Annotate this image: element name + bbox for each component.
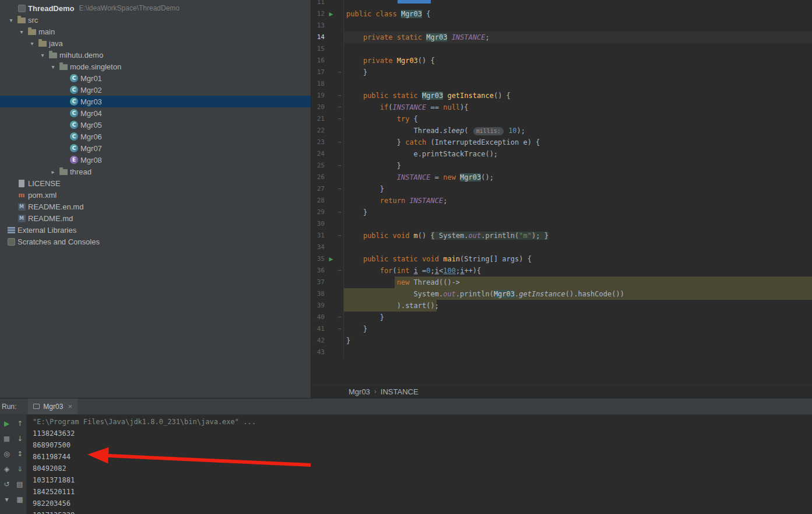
chevron-right-icon[interactable]: ▸: [48, 169, 58, 175]
run-tab-mgr03[interactable]: Mgr03 ×: [28, 398, 78, 414]
code-line-15[interactable]: 15: [311, 43, 812, 55]
chevron-down-icon[interactable]: ▾: [6, 17, 16, 23]
code-line-31[interactable]: 31− public void m() { System.out.println…: [311, 230, 812, 242]
fold-icon[interactable]: −: [336, 265, 344, 277]
chevron-down-icon[interactable]: ▾: [27, 40, 37, 47]
code-line-41[interactable]: 41− }: [311, 323, 812, 335]
code-line-43[interactable]: 43: [311, 347, 812, 358]
tree-item-mgr02[interactable]: CMgr02: [0, 84, 311, 96]
coverage-icon[interactable]: ◎: [1, 447, 13, 460]
code-line-30[interactable]: 30: [311, 218, 812, 230]
scroll-to-end-icon[interactable]: ⇓: [14, 463, 26, 475]
package-icon: [58, 168, 69, 175]
tree-item-mode-singleton[interactable]: ▾mode.singleton: [0, 61, 311, 72]
tree-item-mgr07[interactable]: CMgr07: [0, 142, 311, 154]
code-line-28[interactable]: 28 return INSTANCE;: [311, 195, 812, 207]
tree-item-scratches-and-consoles[interactable]: Scratches and Consoles: [0, 236, 311, 247]
code-line-16[interactable]: 16 private Mgr03() {: [311, 55, 812, 67]
tree-root-threaddemo[interactable]: ThreadDemo E:\ideaWorkSpace\ThreadDemo: [0, 2, 311, 14]
tree-item-src[interactable]: ▾src: [0, 14, 311, 26]
fold-icon[interactable]: −: [336, 113, 344, 125]
code-text: public static void main(String[] args) {: [344, 253, 812, 265]
tree-item-label: Mgr07: [80, 144, 102, 153]
code-line-19[interactable]: 19− public static Mgr03 getInstance() {: [311, 90, 812, 102]
clear-all-icon[interactable]: ▦: [14, 493, 26, 505]
breadcrumb-class[interactable]: Mgr03: [349, 387, 370, 396]
tree-item-thread[interactable]: ▸thread: [0, 166, 311, 177]
chevron-down-icon[interactable]: ▾: [37, 52, 48, 58]
fold-icon[interactable]: −: [336, 183, 344, 195]
restore-layout-icon[interactable]: ↺: [1, 478, 13, 490]
tree-item-mgr04[interactable]: CMgr04: [0, 107, 311, 119]
fold-icon[interactable]: −: [336, 90, 344, 102]
close-tab-icon[interactable]: ×: [68, 402, 72, 411]
fold-icon[interactable]: −: [336, 67, 344, 78]
tree-item-main[interactable]: ▾main: [0, 26, 311, 37]
run-line-icon[interactable]: ▶: [326, 8, 336, 20]
run-line-icon[interactable]: ▶: [326, 253, 336, 265]
fold-icon[interactable]: −: [336, 207, 344, 218]
code-line-14[interactable]: 14 private static Mgr03 INSTANCE;: [311, 32, 812, 43]
stop-icon[interactable]: ■: [1, 432, 13, 445]
code-line-17[interactable]: 17− }: [311, 67, 812, 78]
code-line-20[interactable]: 20− if(INSTANCE == null){: [311, 102, 812, 113]
code-line-23[interactable]: 23− } catch (InterruptedException e) {: [311, 137, 812, 148]
code-line-40[interactable]: 40− }: [311, 312, 812, 323]
code-line-42[interactable]: 42}: [311, 335, 812, 347]
code-line-36[interactable]: 36− for(int i =0;i<100;i++){: [311, 265, 812, 277]
code-line-38[interactable]: 38 System.out.println(Mgr03.getInstance(…: [311, 288, 812, 300]
code-line-37[interactable]: 37 new Thread(()->: [311, 277, 812, 288]
fold-icon[interactable]: −: [336, 323, 344, 335]
tree-item-license[interactable]: LICENSE: [0, 177, 311, 189]
code-line-27[interactable]: 27− }: [311, 183, 812, 195]
tree-item-java[interactable]: ▾java: [0, 37, 311, 49]
tree-item-readme-en-md[interactable]: MREADME.en.md: [0, 201, 311, 212]
code-line-35[interactable]: 35▶ public static void main(String[] arg…: [311, 253, 812, 265]
code-line-34[interactable]: 34: [311, 242, 812, 253]
tree-item-readme-md[interactable]: MREADME.md: [0, 212, 311, 224]
soft-wrap-icon[interactable]: ↕: [14, 447, 26, 460]
fold-icon[interactable]: −: [336, 230, 344, 242]
gutter-marker: [326, 125, 336, 137]
console[interactable]: "E:\Program Files\Java\jdk1.8.0_231\bin\…: [27, 415, 812, 514]
print-icon[interactable]: ▤: [14, 478, 26, 490]
tree-item-mgr08[interactable]: EMgr08: [0, 154, 311, 166]
up-stack-trace-icon[interactable]: ↑: [14, 417, 26, 429]
profiler-icon[interactable]: ◈: [1, 463, 13, 475]
code-line-21[interactable]: 21− try {: [311, 113, 812, 125]
fold-icon[interactable]: −: [336, 102, 344, 113]
code-line-39[interactable]: 39 ).start();: [311, 300, 812, 312]
tree-item-pom-xml[interactable]: mpom.xml: [0, 189, 311, 201]
hide-icon[interactable]: ▾: [1, 493, 13, 505]
tree-item-mgr05[interactable]: CMgr05: [0, 119, 311, 131]
code-line-22[interactable]: 22 Thread.sleep( millis: 10);: [311, 125, 812, 137]
fold-icon[interactable]: −: [336, 160, 344, 172]
fold-icon[interactable]: −: [336, 137, 344, 148]
tree-item-mgr01[interactable]: CMgr01: [0, 72, 311, 84]
gutter-marker: [326, 335, 336, 347]
line-number: 42: [311, 335, 326, 347]
tree-item-external-libraries[interactable]: External Libraries: [0, 224, 311, 236]
code-text: [344, 43, 812, 55]
code-line-26[interactable]: 26 INSTANCE = new Mgr03();: [311, 172, 812, 183]
code-area[interactable]: 1112▶public class Mgr03 {1314 private st…: [311, 0, 812, 384]
code-line-24[interactable]: 24 e.printStackTrace();: [311, 148, 812, 160]
code-line-25[interactable]: 25− }: [311, 160, 812, 172]
code-line-18[interactable]: 18: [311, 78, 812, 90]
code-line-11[interactable]: 11: [311, 0, 812, 8]
breadcrumb-field[interactable]: INSTANCE: [381, 387, 419, 396]
tree-item-mgr03[interactable]: CMgr03: [0, 96, 311, 107]
chevron-down-icon[interactable]: ▾: [16, 29, 27, 35]
code-line-29[interactable]: 29− }: [311, 207, 812, 218]
code-line-12[interactable]: 12▶public class Mgr03 {: [311, 8, 812, 20]
code-line-13[interactable]: 13: [311, 20, 812, 32]
chevron-down-icon[interactable]: ▾: [48, 64, 58, 70]
fold-icon[interactable]: −: [336, 312, 344, 323]
code-text: if(INSTANCE == null){: [344, 102, 812, 113]
down-stack-trace-icon[interactable]: ↓: [14, 432, 26, 445]
rerun-icon[interactable]: ▶: [1, 417, 13, 429]
tree-item-mgr06[interactable]: CMgr06: [0, 131, 311, 142]
tree-item-mihutu-demo[interactable]: ▾mihutu.demo: [0, 49, 311, 61]
console-output-line: 982203456: [33, 498, 812, 509]
gutter-marker: [326, 78, 336, 90]
